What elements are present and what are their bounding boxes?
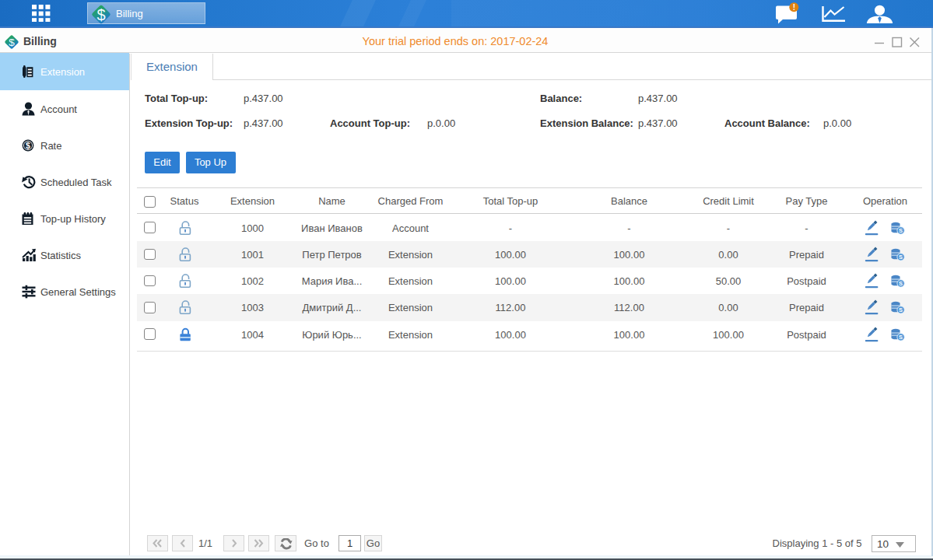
svg-text:S: S [899,280,903,287]
svg-text:S: S [899,254,903,261]
svg-text:$: $ [26,141,30,150]
svg-text:S: S [899,334,903,341]
svg-text:$: $ [96,5,105,23]
svg-text:$: $ [9,37,15,48]
svg-text:!: ! [793,3,795,12]
svg-text:S: S [899,307,903,314]
svg-text:S: S [899,227,903,234]
